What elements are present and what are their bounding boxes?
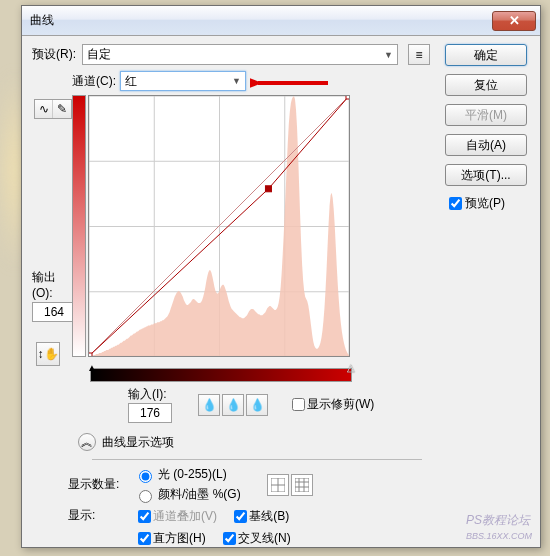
hand-tool[interactable]: ↕✋ [36,342,60,366]
svg-rect-16 [265,186,271,192]
horizontal-gradient[interactable]: ▲ △ [90,368,352,382]
intersection-label: 交叉线(N) [238,530,291,547]
titlebar[interactable]: 曲线 ✕ [22,6,540,36]
curve-draw-tool[interactable]: ✎ [53,100,71,118]
curve-point-tool[interactable]: ∿ [35,100,53,118]
chevron-up-icon: ︽ [81,434,93,451]
channel-value: 红 [125,73,137,90]
amount-light-radio[interactable] [139,470,152,483]
gray-eyedropper[interactable]: 💧 [222,394,244,416]
divider [92,459,422,460]
disclosure-toggle[interactable]: ︽ [78,433,96,451]
amount-ink-radio[interactable] [139,490,152,503]
black-eyedropper[interactable]: 💧 [198,394,220,416]
white-point-slider[interactable]: △ [347,362,355,373]
amount-label: 显示数量: [68,476,128,493]
reset-button[interactable]: 复位 [445,74,527,96]
vertical-gradient [72,95,86,357]
preset-menu-button[interactable]: ≡ [408,44,430,65]
curve-icon: ∿ [39,102,49,116]
show-clipping-checkbox[interactable] [292,398,305,411]
watermark: PS教程论坛BBS.16XX.COM [466,512,532,541]
grid-fine-button[interactable] [291,474,313,496]
options-button[interactable]: 选项(T)... [445,164,527,186]
input-label: 输入(I): [128,386,172,403]
preset-select[interactable]: 自定 ▼ [82,44,398,65]
black-point-slider[interactable]: ▲ [87,362,97,373]
white-eyedropper[interactable]: 💧 [246,394,268,416]
eyedropper-icon: 💧 [202,398,217,412]
ok-button[interactable]: 确定 [445,44,527,66]
grid-coarse-button[interactable] [267,474,289,496]
histogram-label: 直方图(H) [153,530,206,547]
baseline-label: 基线(B) [249,508,289,525]
chevron-down-icon: ▼ [232,76,241,86]
pencil-icon: ✎ [57,102,67,116]
histogram-checkbox[interactable] [138,532,151,545]
disclosure-label: 曲线显示选项 [102,434,174,451]
chevron-down-icon: ▼ [384,50,393,60]
preview-label: 预览(P) [465,195,505,212]
output-input[interactable] [32,302,76,322]
baseline-checkbox[interactable] [234,510,247,523]
svg-rect-13 [89,353,92,356]
preset-value: 自定 [87,46,111,63]
eyedropper-icon: 💧 [226,398,241,412]
eyedropper-icon: 💧 [250,398,265,412]
menu-icon: ≡ [415,48,422,62]
intersection-checkbox[interactable] [223,532,236,545]
input-input[interactable] [128,403,172,423]
close-button[interactable]: ✕ [492,11,536,31]
overlay-label: 通道叠加(V) [153,508,217,525]
annotation-arrow [250,74,330,92]
auto-button[interactable]: 自动(A) [445,134,527,156]
amount-light-label: 光 (0-255)(L) [158,466,227,483]
hand-icon: ↕✋ [38,347,59,361]
curves-graph[interactable] [88,95,350,357]
svg-rect-20 [295,478,309,492]
svg-rect-15 [346,96,349,99]
window-title: 曲线 [30,12,492,29]
curves-dialog: 曲线 ✕ 预设(R): 自定 ▼ ≡ 通道(C): 红 ▼ [21,5,541,548]
amount-ink-label: 颜料/油墨 %(G) [158,486,241,503]
channel-select[interactable]: 红 ▼ [120,71,246,91]
preview-checkbox[interactable] [449,197,462,210]
show-label: 显示: [68,507,128,524]
smooth-button[interactable]: 平滑(M) [445,104,527,126]
channel-label: 通道(C): [72,73,116,90]
show-clipping-label: 显示修剪(W) [307,396,374,413]
curve-tool-group: ∿ ✎ [34,99,72,119]
preset-label: 预设(R): [32,46,76,63]
output-label: 输出(O): [32,269,76,300]
overlay-checkbox[interactable] [138,510,151,523]
